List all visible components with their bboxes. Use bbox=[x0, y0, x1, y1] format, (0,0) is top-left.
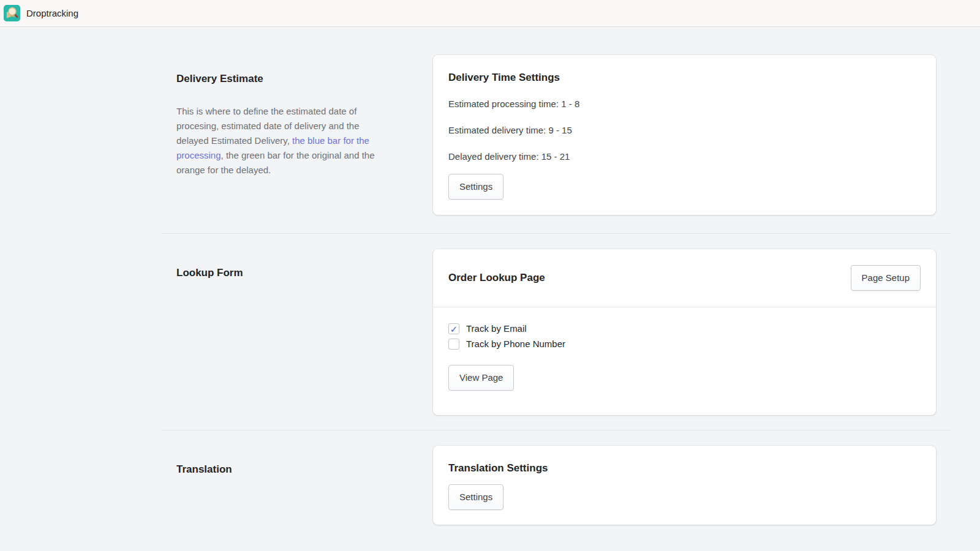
section-label-delivery-estimate: Delivery Estimate bbox=[176, 72, 392, 85]
delivery-estimate-description: This is where to define the estimated da… bbox=[176, 104, 392, 178]
estimated-processing-time-row: Estimated processing time: 1 - 8 bbox=[448, 99, 921, 109]
settings-page: Delivery Estimate This is where to defin… bbox=[161, 27, 951, 528]
lookup-form-annotation: Lookup Form bbox=[161, 249, 433, 415]
app-title: Droptracking bbox=[26, 8, 78, 18]
order-lookup-page-title: Order Lookup Page bbox=[448, 272, 545, 284]
track-by-phone-label[interactable]: Track by Phone Number bbox=[466, 339, 565, 350]
section-translation: Translation Translation Settings Setting… bbox=[161, 430, 951, 528]
translation-settings-button[interactable]: Settings bbox=[448, 484, 503, 510]
delivery-estimate-annotation: Delivery Estimate This is where to defin… bbox=[161, 55, 433, 215]
translation-settings-title: Translation Settings bbox=[448, 462, 921, 474]
page-setup-button[interactable]: Page Setup bbox=[851, 265, 921, 291]
delayed-delivery-time-row: Delayed delivery time: 15 - 21 bbox=[448, 151, 921, 162]
delivery-time-settings-card: Delivery Time Settings Estimated process… bbox=[433, 55, 936, 215]
translation-annotation: Translation bbox=[161, 446, 433, 528]
topbar: Droptracking bbox=[0, 0, 980, 27]
track-by-phone-checkbox[interactable] bbox=[448, 339, 459, 350]
order-lookup-page-card: Order Lookup Page Page Setup Track by Em… bbox=[433, 249, 936, 415]
droptracking-app-icon bbox=[4, 5, 20, 21]
section-lookup-form: Lookup Form Order Lookup Page Page Setup… bbox=[161, 234, 951, 430]
track-by-email-checkbox[interactable] bbox=[448, 323, 459, 334]
section-label-lookup-form: Lookup Form bbox=[176, 266, 392, 279]
order-lookup-card-body: Track by Email Track by Phone Number Vie… bbox=[433, 307, 936, 415]
delivery-time-settings-title: Delivery Time Settings bbox=[448, 72, 921, 84]
estimated-delivery-time-row: Estimated delivery time: 9 - 15 bbox=[448, 125, 921, 135]
delivery-time-settings-button[interactable]: Settings bbox=[448, 174, 503, 200]
track-by-email-label[interactable]: Track by Email bbox=[466, 323, 527, 334]
section-delivery-estimate: Delivery Estimate This is where to defin… bbox=[161, 27, 951, 233]
track-by-email-row: Track by Email bbox=[448, 323, 921, 334]
track-by-phone-row: Track by Phone Number bbox=[448, 339, 921, 350]
translation-settings-card: Translation Settings Settings bbox=[433, 446, 936, 525]
order-lookup-card-header: Order Lookup Page Page Setup bbox=[433, 249, 936, 307]
view-page-button[interactable]: View Page bbox=[448, 365, 514, 391]
section-label-translation: Translation bbox=[176, 463, 392, 476]
